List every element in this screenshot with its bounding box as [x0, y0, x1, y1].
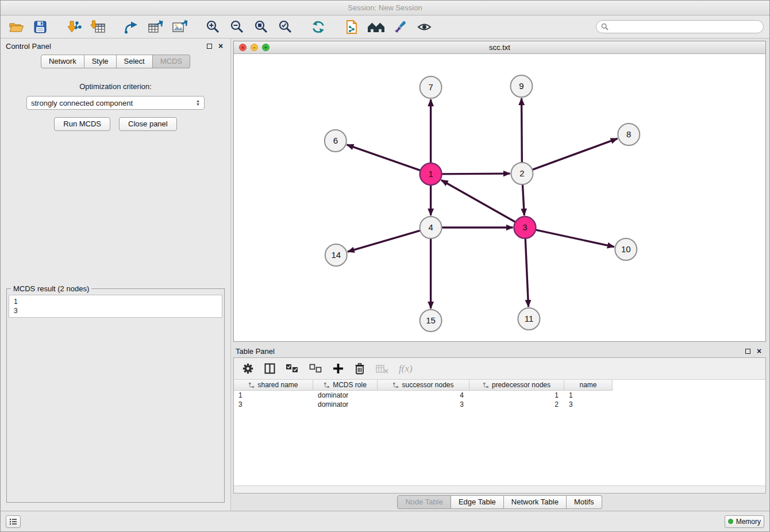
tab-network[interactable]: Network: [41, 55, 84, 68]
show-panels-button[interactable]: [6, 515, 21, 528]
add-row-button[interactable]: [333, 363, 344, 374]
control-panel-title: Control Panel: [6, 42, 51, 51]
tab-network-table[interactable]: Network Table: [504, 495, 567, 509]
export-network-button[interactable]: [121, 18, 141, 36]
column-header-predecessor-nodes[interactable]: predecessor nodes: [469, 380, 564, 391]
search-area: [596, 20, 764, 33]
network-canvas[interactable]: 7968124314101511: [234, 54, 765, 341]
float-table-panel-button[interactable]: [743, 346, 752, 356]
column-header-mcds-role[interactable]: MCDS role: [313, 380, 378, 391]
graph-edge-1-2[interactable]: [441, 174, 510, 174]
graph-edge-1-6[interactable]: [347, 145, 422, 171]
clone-network-button[interactable]: [342, 18, 361, 36]
control-panel: Control Panel × Network Style Select MCD…: [1, 38, 231, 511]
run-mcds-button[interactable]: Run MCDS: [54, 117, 110, 131]
close-panel-button[interactable]: Close panel: [119, 117, 177, 131]
export-table-button[interactable]: [145, 18, 165, 36]
zoom-out-button[interactable]: [227, 18, 247, 36]
mcds-panel-content: Optimization criterion: strongly connect…: [1, 72, 230, 511]
cell-predecessor-nodes[interactable]: 2: [469, 400, 564, 409]
table-settings-button[interactable]: [242, 363, 254, 375]
maximize-window-button[interactable]: +: [262, 44, 270, 51]
mcds-result-list[interactable]: 1 3: [9, 295, 222, 318]
column-label: name: [579, 381, 596, 389]
column-header-successor-nodes[interactable]: successor nodes: [378, 380, 469, 391]
import-network-button[interactable]: [64, 18, 83, 36]
cell-successor-nodes[interactable]: 3: [378, 400, 469, 409]
graph-node-label-11: 11: [525, 314, 534, 323]
graph-edge-4-14[interactable]: [348, 230, 421, 252]
graph-node-label-4: 4: [428, 222, 433, 232]
delete-table-button[interactable]: [376, 364, 388, 373]
show-graphics-button[interactable]: [414, 18, 434, 36]
float-panel-button[interactable]: [205, 41, 214, 51]
vizmap-button[interactable]: [390, 18, 410, 36]
cell-predecessor-nodes[interactable]: 1: [469, 391, 564, 400]
table-column-headers: shared name MCDS role: [234, 380, 765, 391]
cell-shared-name[interactable]: 1: [234, 391, 313, 400]
select-all-button[interactable]: [286, 364, 299, 373]
memory-button[interactable]: Memory: [725, 515, 764, 528]
cell-successor-nodes[interactable]: 4: [378, 391, 469, 400]
delete-row-button[interactable]: [354, 363, 365, 375]
import-table-button[interactable]: [88, 18, 107, 36]
column-type-icon: [483, 382, 489, 388]
tab-select[interactable]: Select: [117, 55, 153, 68]
table-row[interactable]: 1 dominator 4 1 1: [234, 391, 765, 400]
graph-edge-2-8[interactable]: [531, 138, 617, 170]
result-line: 3: [14, 306, 217, 315]
list-icon: [9, 518, 17, 525]
column-header-shared-name[interactable]: shared name: [234, 380, 313, 391]
table-toolbar: f(x): [234, 358, 765, 380]
graph-edge-3-10[interactable]: [534, 230, 614, 247]
close-window-button[interactable]: ×: [239, 44, 247, 51]
refresh-layout-button[interactable]: [309, 18, 328, 36]
cell-shared-name[interactable]: 3: [234, 400, 313, 409]
zoom-selected-button[interactable]: [275, 18, 295, 36]
import-table-icon: [90, 20, 106, 34]
close-table-panel-button[interactable]: ×: [754, 346, 764, 356]
close-panel-icon-button[interactable]: ×: [216, 41, 225, 51]
graph-edge-3-11[interactable]: [525, 237, 528, 307]
criterion-dropdown[interactable]: strongly connected component ▲▼: [26, 96, 205, 110]
graph-edge-2-3[interactable]: [522, 183, 524, 215]
view-group: [342, 18, 434, 36]
tab-mcds[interactable]: MCDS: [153, 55, 190, 68]
tab-node-table[interactable]: Node Table: [397, 495, 451, 509]
save-session-button[interactable]: [30, 18, 50, 36]
network-window-titlebar[interactable]: × − + scc.txt: [234, 41, 765, 54]
tab-motifs[interactable]: Motifs: [567, 495, 602, 509]
function-builder-button[interactable]: f(x): [399, 363, 413, 375]
cell-mcds-role[interactable]: dominator: [313, 400, 378, 409]
export-image-button[interactable]: [170, 18, 189, 36]
mcds-buttons-row: Run MCDS Close panel: [1, 117, 230, 131]
zoom-in-button[interactable]: [203, 18, 222, 36]
control-panel-header: Control Panel ×: [1, 38, 230, 53]
search-icon: [601, 23, 609, 30]
cell-mcds-role[interactable]: dominator: [313, 391, 378, 400]
search-input[interactable]: [611, 23, 759, 31]
cell-name[interactable]: 1: [564, 391, 613, 400]
network-graph[interactable]: 7968124314101511: [234, 54, 765, 341]
column-type-icon: [324, 382, 330, 388]
minimize-window-button[interactable]: −: [251, 44, 258, 51]
column-header-name[interactable]: name: [564, 380, 613, 391]
split-panel-button[interactable]: [264, 363, 275, 374]
horizontal-scrollbar[interactable]: [234, 485, 765, 493]
deselect-all-button[interactable]: [309, 364, 322, 373]
dropdown-stepper-icon: ▲▼: [196, 99, 200, 106]
column-label: successor nodes: [402, 381, 453, 389]
network-window-title: scc.txt: [489, 43, 510, 52]
open-session-button[interactable]: [6, 18, 26, 36]
first-neighbors-button[interactable]: [366, 18, 386, 36]
table-row[interactable]: 3 dominator 3 2 3: [234, 400, 765, 409]
tab-style[interactable]: Style: [84, 55, 117, 68]
graph-edge-3-1[interactable]: [441, 180, 517, 222]
search-field-container: [596, 20, 764, 33]
tab-edge-table[interactable]: Edge Table: [451, 495, 504, 509]
zoom-fit-button[interactable]: [251, 18, 271, 36]
cell-name[interactable]: 3: [564, 400, 613, 409]
graph-node-label-3: 3: [522, 222, 527, 232]
table-widget: f(x) shared name: [233, 357, 766, 494]
graph-edge-2-9[interactable]: [522, 98, 522, 164]
